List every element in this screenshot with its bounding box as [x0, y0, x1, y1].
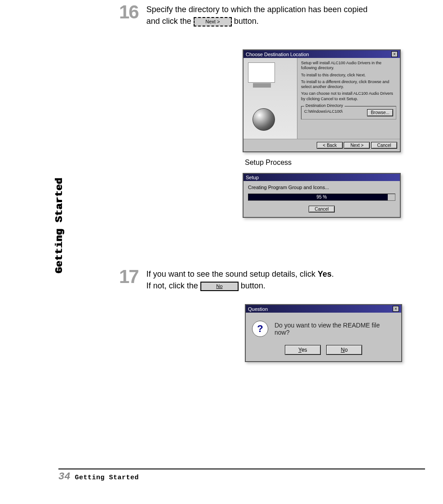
setup-process-caption: Setup Process — [245, 159, 443, 167]
step16-line2b: button. — [234, 17, 259, 26]
step-16: 16 Specify the directory to which the ap… — [119, 3, 443, 27]
back-button[interactable]: < Back — [317, 142, 343, 149]
destination-box: Destination Directory C:\Windows\ALC100\… — [301, 106, 396, 120]
window-title: Setup — [246, 175, 259, 180]
question-message: Do you want to view the README file now? — [275, 322, 395, 336]
step17-line1a: If you want to see the sound setup detai… — [146, 270, 318, 279]
step16-line1: Specify the directory to which the appli… — [146, 5, 368, 14]
close-icon[interactable]: × — [391, 51, 398, 57]
progress-percent: 95 % — [317, 195, 327, 199]
titlebar: Question × — [246, 305, 401, 313]
computer-icon — [248, 62, 275, 83]
progress-bar: 95 % — [248, 194, 395, 201]
question-dialog: Question × ? Do you want to view the REA… — [245, 304, 402, 362]
step16-line2a: and click the — [146, 17, 194, 26]
yes-button[interactable]: Yes — [285, 345, 321, 355]
window-title: Question — [248, 306, 268, 312]
step17-line2a: If not, click the — [146, 281, 200, 290]
wizard-text-2: To install to this directory, click Next… — [301, 73, 396, 78]
wizard-text-1: Setup will install ALC100 Audio Drivers … — [301, 61, 396, 71]
next-button[interactable]: Next > — [344, 142, 370, 149]
question-icon: ? — [252, 321, 268, 337]
step17-line1c: . — [332, 270, 334, 279]
step17-line2b: button. — [241, 281, 266, 290]
no-rest: o — [345, 347, 348, 353]
no-button[interactable]: No — [326, 345, 362, 355]
next-button-inline[interactable]: Next > — [194, 17, 232, 27]
step-17: 17 If you want to see the sound setup de… — [119, 267, 443, 292]
step-text: Specify the directory to which the appli… — [146, 3, 368, 27]
window-title: Choose Destination Location — [246, 52, 309, 57]
progress-remaining — [388, 194, 395, 200]
yes-rest: es — [301, 347, 307, 353]
cancel-button[interactable]: Cancel — [371, 142, 397, 149]
step-text: If you want to see the sound setup detai… — [146, 267, 334, 292]
cancel-button[interactable]: Cancel — [309, 206, 335, 212]
titlebar: Choose Destination Location × — [244, 50, 400, 58]
no-button-inline[interactable]: No — [200, 282, 239, 291]
step-number: 17 — [119, 267, 138, 286]
yes-underline: Y — [298, 347, 301, 353]
step-number: 16 — [119, 3, 138, 22]
destination-path: C:\Windows\ALC100\ — [304, 109, 343, 114]
wizard-graphic — [244, 58, 297, 139]
titlebar: Setup — [244, 174, 400, 181]
step17-yes: Yes — [318, 270, 332, 279]
page-title: Getting Started — [75, 474, 139, 482]
footer-rule — [58, 469, 425, 469]
side-tab: Getting Started — [54, 177, 65, 273]
choose-destination-window: Choose Destination Location × Setup will… — [243, 49, 401, 152]
close-icon[interactable]: × — [393, 306, 399, 312]
page-number: 34 — [58, 471, 70, 482]
no-underline: No — [216, 283, 222, 289]
setup-progress-window: Setup Creating Program Group and Icons..… — [243, 173, 401, 218]
progress-status: Creating Program Group and Icons... — [248, 185, 395, 190]
destination-legend: Destination Directory — [304, 103, 345, 108]
wizard-text-3: To install to a different directory, cli… — [301, 80, 396, 90]
globe-icon — [253, 108, 275, 131]
browse-button[interactable]: Browse... — [367, 109, 393, 117]
wizard-text-4: You can choose not to install ALC100 Aud… — [301, 91, 396, 102]
no-underline: N — [341, 347, 345, 353]
page-footer: 34 Getting Started — [58, 469, 425, 482]
